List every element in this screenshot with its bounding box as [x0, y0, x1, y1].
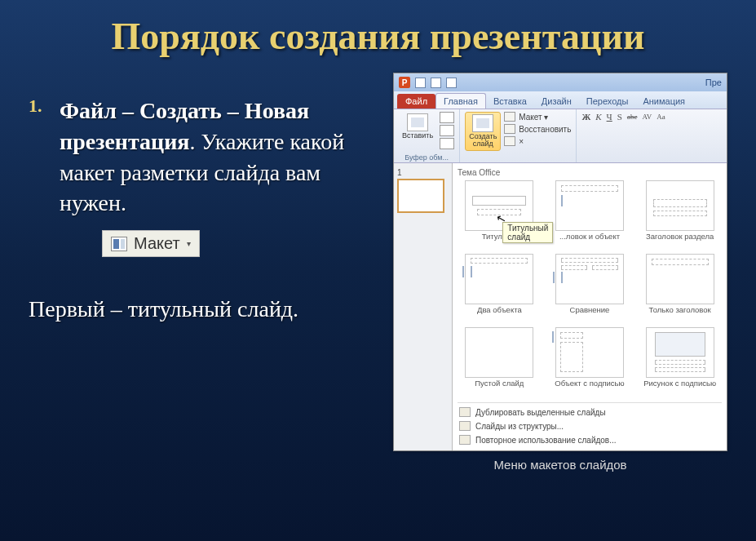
layout-gallery: Тема Office ↖ Титульный слайд Титульн... — [453, 163, 727, 450]
layout-label: Объект с подписью — [555, 379, 624, 396]
layout-tooltip: Титульный слайд — [502, 222, 553, 243]
layout-label: Рисунок с подписью — [643, 379, 716, 396]
menu-label: Дублировать выделенные слайды — [475, 408, 606, 417]
thumb-number: 1 — [397, 168, 449, 177]
paste-label: Вставить — [402, 132, 433, 140]
case-button[interactable]: Aa — [657, 113, 665, 122]
qat-save-icon[interactable] — [415, 78, 426, 88]
italic-button[interactable]: К — [595, 112, 601, 122]
reset-label: Восстановить — [519, 125, 571, 134]
tab-home[interactable]: Главная — [435, 93, 486, 109]
new-slide-button[interactable]: Создать слайд — [465, 112, 501, 151]
paste-button[interactable]: Вставить — [399, 112, 436, 141]
layout-opt-title-slide[interactable]: ↖ Титульный слайд Титульн... — [458, 180, 542, 249]
gallery-menu: Дублировать выделенные слайды Слайды из … — [458, 402, 722, 446]
dropdown-caret-icon: ▾ — [187, 239, 191, 248]
layout-opt-comparison[interactable]: Сравнение — [548, 254, 632, 322]
layout-opt-content-caption[interactable]: Объект с подписью — [548, 327, 632, 396]
underline-button[interactable]: Ч — [607, 112, 612, 122]
qat-redo-icon[interactable] — [446, 78, 457, 88]
menu-label: Слайды из структуры... — [475, 422, 564, 431]
quick-access-toolbar: P Пре — [394, 73, 727, 91]
list-item-1: Файл – Создать – Новая презентация. Укаж… — [60, 95, 369, 219]
slide-title: Порядок создания презентации — [0, 0, 756, 64]
new-slide-icon — [472, 114, 493, 132]
app-icon: P — [399, 77, 410, 88]
layout-icon — [111, 237, 127, 251]
tab-design[interactable]: Дизайн — [534, 94, 579, 109]
layout-opt-title-content[interactable]: ...ловок и объект — [548, 180, 632, 249]
list-number: 1. — [29, 95, 56, 117]
paste-icon — [407, 113, 428, 131]
layout-label: Сравнение — [570, 306, 610, 322]
qat-undo-icon[interactable] — [431, 78, 441, 88]
strike-button[interactable]: abe — [627, 113, 638, 122]
menu-reuse-slides[interactable]: Повторное использование слайдов... — [458, 434, 722, 446]
group-slides: Создать слайд Макет ▾ Восстановить × — [460, 109, 577, 162]
layout-mini-button[interactable]: Макет ▾ — [504, 112, 571, 122]
cut-icon[interactable] — [440, 112, 454, 123]
left-column: 1. Файл – Создать – Новая презентация. У… — [29, 64, 377, 472]
delete-label: × — [519, 137, 524, 146]
copy-icon[interactable] — [440, 125, 454, 136]
layout-opt-blank[interactable]: Пустой слайд — [458, 327, 542, 396]
layout-opt-picture-caption[interactable]: Рисунок с подписью — [638, 327, 722, 396]
figure-caption: Меню макетов слайдов — [393, 458, 727, 472]
layout-opt-section-header[interactable]: Заголовок раздела — [638, 180, 722, 249]
file-tab[interactable]: Файл — [397, 94, 435, 109]
reuse-icon — [459, 435, 471, 445]
layout-opt-title-only[interactable]: Только заголовок — [638, 254, 722, 322]
layout-mini-icon — [504, 112, 515, 122]
right-column: P Пре Файл Главная Вставка Дизайн Перехо… — [393, 64, 727, 472]
group-clipboard-label: Буфер обм... — [399, 153, 454, 162]
slide-thumbnails-pane: 1 — [394, 163, 453, 450]
slide-thumbnail-1[interactable] — [397, 179, 444, 213]
delete-slide-button[interactable]: × — [504, 136, 571, 146]
menu-label: Повторное использование слайдов... — [475, 436, 617, 445]
menu-duplicate[interactable]: Дублировать выделенные слайды — [458, 406, 722, 418]
group-clipboard: Вставить Буфер обм... — [394, 109, 460, 162]
reset-icon — [504, 124, 515, 134]
group-slides-label — [465, 153, 571, 162]
layout-opt-two-content[interactable]: Два объекта — [458, 254, 542, 322]
window-title: Пре — [705, 78, 722, 87]
ribbon-tabs: Файл Главная Вставка Дизайн Переходы Ани… — [394, 91, 727, 109]
workspace: 1 Тема Office ↖ Титульный слайд — [394, 163, 727, 450]
ribbon: Вставить Буфер обм... Со — [394, 109, 727, 163]
paragraph-2: Первый – титульный слайд. — [29, 296, 377, 322]
outline-icon — [459, 421, 471, 431]
layout-button-label: Макет — [134, 234, 180, 253]
bold-button[interactable]: Ж — [581, 112, 590, 122]
layout-button[interactable]: Макет ▾ — [102, 230, 200, 257]
reset-button[interactable]: Восстановить — [504, 124, 571, 134]
delete-icon — [504, 136, 515, 146]
duplicate-icon — [459, 407, 471, 417]
layout-label: ...ловок и объект — [559, 233, 620, 249]
numbered-list: 1. Файл – Создать – Новая презентация. У… — [29, 64, 377, 219]
format-painter-icon[interactable] — [440, 138, 454, 149]
shadow-button[interactable]: S — [617, 112, 622, 122]
tab-transitions[interactable]: Переходы — [579, 94, 636, 109]
gallery-title: Тема Office — [458, 166, 722, 180]
new-slide-label: Создать слайд — [469, 133, 497, 149]
powerpoint-screenshot: P Пре Файл Главная Вставка Дизайн Перехо… — [393, 73, 727, 451]
group-font: Ж К Ч S abe AV Aa — [577, 109, 670, 162]
layout-mini-label: Макет ▾ — [519, 113, 548, 122]
layout-label: Только заголовок — [649, 306, 711, 322]
menu-from-outline[interactable]: Слайды из структуры... — [458, 420, 722, 432]
layout-label: Заголовок раздела — [646, 233, 714, 249]
tab-insert[interactable]: Вставка — [486, 94, 534, 109]
spacing-button[interactable]: AV — [642, 113, 652, 122]
tab-animation[interactable]: Анимация — [635, 94, 692, 109]
layout-label: Пустой слайд — [475, 379, 524, 396]
layout-label: Два объекта — [477, 306, 522, 322]
